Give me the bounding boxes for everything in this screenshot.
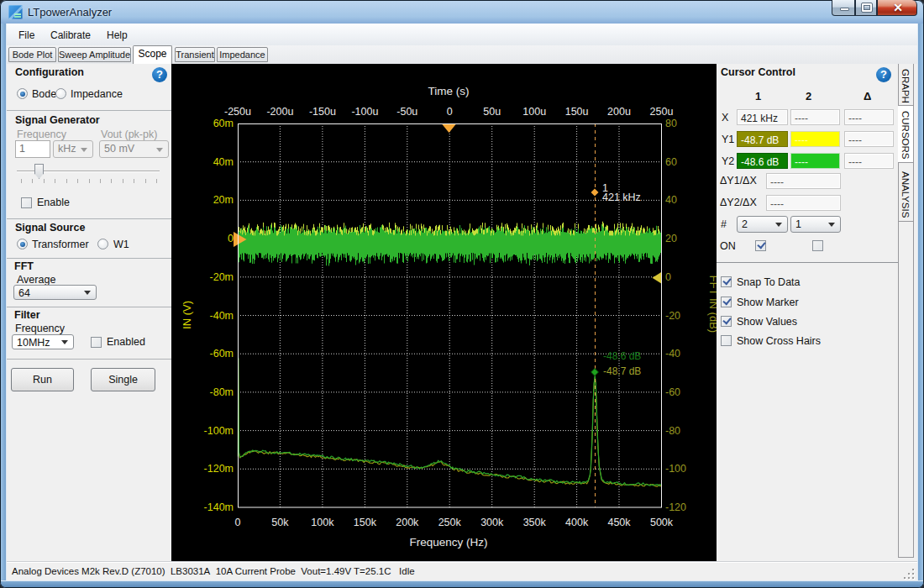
svg-text:0: 0 [228,233,234,244]
svg-text:-80m: -80m [210,386,234,398]
svg-text:IN (V): IN (V) [181,301,193,329]
svg-text:0: 0 [665,271,671,283]
svg-text:-40m: -40m [210,310,234,322]
svg-text:200u: 200u [607,106,631,118]
svg-text:50u: 50u [483,106,501,118]
svg-text:500k: 500k [650,517,674,528]
svg-text:FFT IN (dB): FFT IN (dB) [707,276,717,333]
svg-text:Time (s): Time (s) [428,85,470,97]
svg-text:-48.6 dB: -48.6 dB [603,350,641,362]
svg-text:-20: -20 [665,310,680,322]
svg-text:250u: 250u [650,106,674,118]
svg-text:-60: -60 [665,386,680,398]
svg-text:421 kHz: 421 kHz [602,192,641,203]
svg-text:150k: 150k [354,517,377,528]
svg-text:-50u: -50u [396,106,417,118]
svg-text:-80: -80 [665,425,680,437]
svg-text:200k: 200k [396,517,419,528]
svg-text:100u: 100u [522,106,546,118]
svg-text:-120: -120 [665,501,686,513]
svg-text:Frequency (Hz): Frequency (Hz) [409,536,487,549]
svg-text:-40: -40 [665,348,680,360]
svg-text:350k: 350k [523,517,547,528]
svg-text:400k: 400k [565,517,589,528]
svg-text:0: 0 [235,517,241,528]
svg-text:-150u: -150u [309,106,336,118]
svg-text:-48.7 dB: -48.7 dB [603,365,641,377]
svg-text:40: 40 [665,194,677,206]
svg-text:100k: 100k [311,517,334,528]
svg-text:60: 60 [665,156,677,168]
svg-text:40m: 40m [213,156,234,168]
svg-text:20: 20 [665,233,677,244]
svg-text:150u: 150u [565,106,589,118]
svg-text:-20m: -20m [210,271,234,283]
svg-text:450k: 450k [607,517,631,528]
svg-text:0: 0 [447,106,453,118]
svg-text:-140m: -140m [204,501,234,513]
svg-text:80: 80 [665,118,677,129]
svg-text:20m: 20m [213,194,234,206]
svg-text:-100m: -100m [204,425,234,437]
svg-text:-100u: -100u [351,106,378,118]
svg-text:-250u: -250u [224,106,251,118]
svg-text:-200u: -200u [266,106,293,118]
svg-text:300k: 300k [480,517,504,528]
svg-text:-100: -100 [665,463,686,475]
svg-text:-120m: -120m [204,463,234,475]
svg-text:60m: 60m [213,118,234,129]
svg-text:-60m: -60m [210,348,234,360]
svg-text:250k: 250k [438,517,462,528]
svg-text:50k: 50k [271,517,289,528]
